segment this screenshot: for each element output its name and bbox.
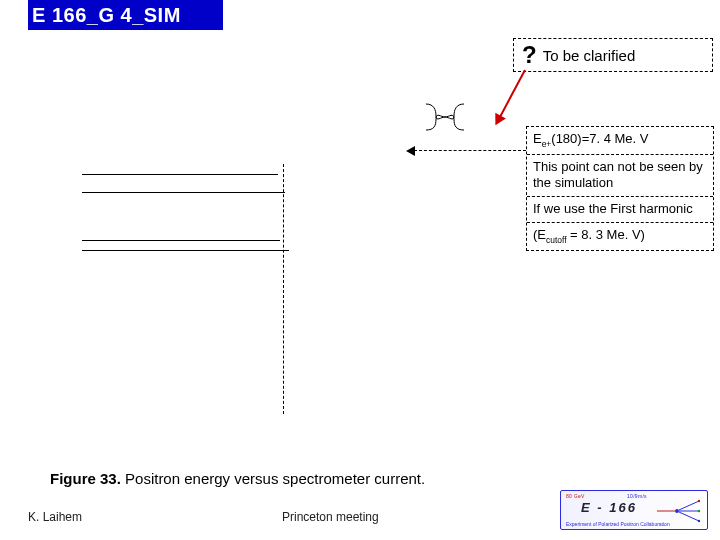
question-mark-icon: ? — [522, 41, 537, 69]
figure-label: Figure 33. — [50, 470, 121, 487]
red-arrow-icon — [466, 70, 538, 130]
point-note: This point can not be seen by the simula… — [527, 154, 713, 197]
info-table: Ee+(180)=7. 4 Me. V This point can not b… — [526, 126, 714, 251]
svg-line-2 — [679, 501, 699, 510]
clarify-box: ? To be clarified — [513, 38, 713, 72]
diagram-lines — [82, 174, 287, 414]
harmonic-note: If we use the First harmonic — [527, 196, 713, 222]
footer-meeting: Princeton meeting — [282, 510, 379, 524]
logo-rays-icon — [655, 496, 701, 526]
figure-caption: Figure 33. Positron energy versus spectr… — [50, 470, 425, 487]
svg-point-7 — [698, 520, 700, 522]
svg-point-1 — [675, 509, 679, 513]
svg-point-6 — [698, 510, 700, 512]
svg-line-4 — [679, 512, 699, 521]
energy-line: Ee+(180)=7. 4 Me. V — [527, 127, 713, 154]
curly-bracket-icon — [422, 102, 468, 132]
cutoff-line: (Ecutoff = 8. 3 Me. V) — [527, 222, 713, 250]
title-text: E 166_G 4_SIM — [32, 4, 181, 27]
title-bar: E 166_G 4_SIM — [28, 0, 223, 30]
footer-author: K. Laihem — [28, 510, 82, 524]
logo-main-text: E - 166 — [581, 500, 637, 515]
horizontal-arrow-icon — [406, 145, 526, 157]
vertical-dashed-line — [283, 164, 284, 414]
svg-point-5 — [698, 500, 700, 502]
clarify-text: To be clarified — [543, 47, 636, 64]
experiment-logo: 80 GeV 10/9m/s E - 166 Experiment of Pol… — [560, 490, 708, 530]
slide: E 166_G 4_SIM ? To be clarified Ee+(180)… — [0, 0, 720, 540]
figure-text: Positron energy versus spectrometer curr… — [125, 470, 425, 487]
